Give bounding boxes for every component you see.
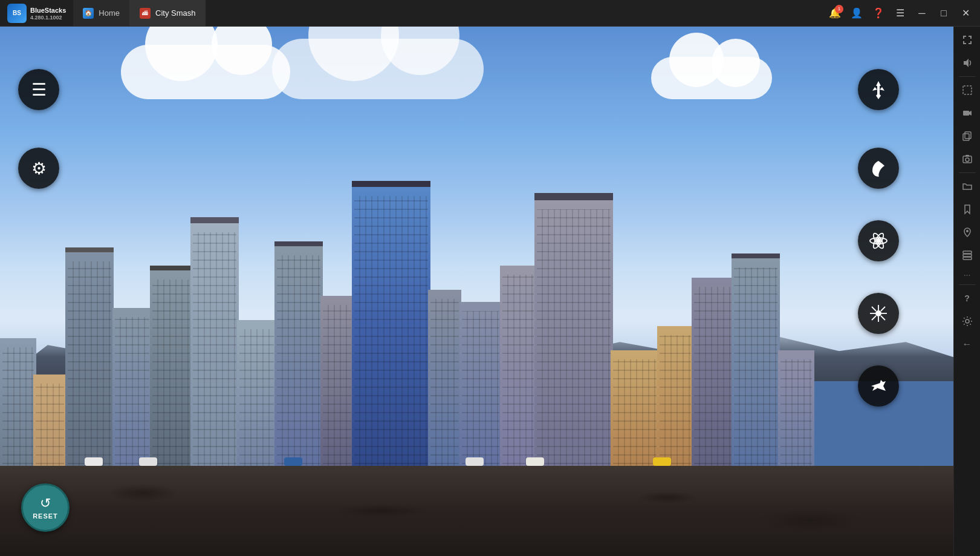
notification-badge: 1 [835,5,843,13]
building-13 [500,266,536,471]
cloud-1 [121,45,290,99]
tab-home[interactable]: 🏠 Home [73,0,130,26]
svg-rect-23 [963,257,972,260]
atom-button[interactable] [858,220,899,261]
atom-icon [868,230,889,252]
svg-line-9 [872,307,876,311]
maximize-button[interactable]: □ [934,4,953,23]
cloud-2 [272,39,484,99]
building-18 [732,253,780,471]
help-button[interactable]: ❓ [869,4,888,23]
hamburger-icon: ☰ [31,80,47,100]
bookmark-icon [962,204,973,215]
svg-rect-15 [963,134,969,140]
sidebar-back-button[interactable]: ← [956,333,978,355]
svg-line-12 [872,316,876,320]
sidebar-record-button[interactable] [956,102,978,124]
building-19 [778,350,814,471]
leaf-button[interactable] [858,148,899,189]
building-5 [150,266,192,471]
account-icon: 👤 [851,7,863,19]
svg-line-11 [881,307,885,311]
svg-point-20 [966,230,969,232]
svg-point-4 [875,310,881,316]
tab-city-smash[interactable]: 🏙 City Smash [130,0,206,26]
home-tab-label: Home [99,8,120,18]
sidebar-more-button[interactable]: ··· [961,267,973,282]
building-12 [459,302,502,471]
sidebar-volume-button[interactable] [956,52,978,74]
sidebar-folder-button[interactable] [956,175,978,197]
missile-button[interactable] [858,69,899,110]
svg-rect-13 [963,86,972,94]
sidebar-screenshot-button[interactable] [956,148,978,170]
reset-icon: ↺ [40,495,51,511]
building-16 [657,326,693,471]
volume-icon [962,57,973,68]
reset-label: RESET [33,512,58,520]
building-17 [692,278,734,471]
building-14 [534,193,613,471]
select-region-icon [962,85,973,96]
layers-icon [962,250,973,261]
svg-point-24 [965,319,969,323]
notification-button[interactable]: 🔔 1 [825,4,845,23]
minimize-button[interactable]: ─ [912,4,932,23]
svg-rect-19 [965,155,969,157]
svg-rect-21 [963,251,972,253]
bs-name: BlueStacks [30,7,66,14]
plane-icon [868,375,889,397]
minimize-icon: ─ [918,8,925,19]
close-icon: ✕ [962,7,970,19]
sidebar-layers-button[interactable] [956,244,978,266]
building-6 [190,217,239,471]
plane-button[interactable] [858,365,899,407]
city-smash-tab-icon: 🏙 [140,8,151,19]
titlebar-actions: 🔔 1 👤 ❓ ☰ ─ □ ✕ [825,4,980,23]
svg-rect-16 [965,132,971,139]
sidebar-bookmark-button[interactable] [956,198,978,220]
svg-rect-14 [963,111,969,116]
svg-line-10 [881,316,885,320]
sidebar-divider-3 [959,284,976,285]
building-11 [428,290,461,471]
expand-icon [962,34,973,45]
sidebar-settings-button[interactable] [956,310,978,332]
account-button[interactable]: 👤 [847,4,866,23]
car-6 [653,457,671,466]
building-8 [274,241,323,471]
cloud-3 [651,57,772,99]
folder-icon [962,181,973,192]
sidebar-help-button[interactable]: ? [956,287,978,309]
svg-point-18 [965,158,969,162]
hamburger-menu-button[interactable]: ☰ [891,4,910,23]
settings-button[interactable]: ⚙ [18,148,59,189]
sidebar-divider-1 [959,76,976,77]
titlebar: BS BlueStacks 4.280.1.1002 🏠 Home 🏙 City… [0,0,980,27]
car-3 [284,457,302,466]
building-4 [112,308,152,471]
building-7 [237,320,276,471]
car-5 [526,457,544,466]
game-viewport[interactable]: ☰ ⚙ [0,27,953,556]
close-button[interactable]: ✕ [956,4,975,23]
screenshot-icon [962,154,973,165]
ground [0,466,953,556]
record-icon [962,108,973,119]
reset-button[interactable]: ↺ RESET [21,483,70,532]
ground-texture [0,466,953,556]
settings-icon [962,316,973,327]
bs-version: 4.280.1.1002 [30,15,66,21]
sidebar-select-button[interactable] [956,79,978,101]
sidebar-pin-button[interactable] [956,221,978,243]
home-tab-icon: 🏠 [83,8,94,19]
help-icon: ❓ [872,7,884,19]
car-1 [85,457,103,466]
maximize-icon: □ [941,8,947,19]
sidebar-copy-button[interactable] [956,125,978,147]
sidebar-expand-button[interactable] [956,29,978,51]
bs-icon: BS [7,4,27,23]
menu-button[interactable]: ☰ [18,69,59,110]
spider-button[interactable] [858,293,899,334]
city-smash-tab-label: City Smash [155,8,195,18]
